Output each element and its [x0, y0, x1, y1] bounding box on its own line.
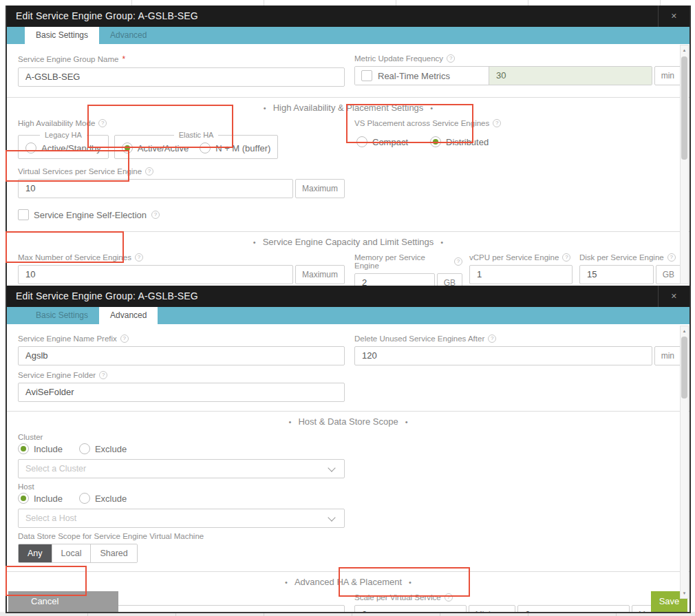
tab-bar: Basic Settings Advanced [7, 307, 689, 324]
tab-bar: Basic Settings Advanced [7, 27, 689, 44]
tab-basic-settings[interactable]: Basic Settings [25, 307, 99, 324]
radio-active-standby[interactable]: Active/Standby [25, 142, 101, 153]
modal-header: Edit Service Engine Group: A-GSLB-SEG ✕ [7, 6, 689, 27]
tab-basic-settings[interactable]: Basic Settings [25, 27, 99, 44]
real-time-metrics-checkbox[interactable]: Real-Time Metrics [355, 67, 489, 85]
modal-header: Edit Service Engine Group: A-GSLB-SEG ✕ [7, 286, 689, 307]
se-group-name-input[interactable]: A-GSLB-SEG [18, 67, 345, 87]
radio-selected-icon [430, 136, 441, 147]
radio-host-exclude[interactable]: Exclude [79, 493, 127, 504]
bullet-icon: • [253, 238, 256, 246]
datastore-scope-segmented: Any Local Shared [18, 544, 138, 563]
scrollbar[interactable]: ▴ [680, 45, 689, 284]
scrollbar-thumb[interactable] [681, 337, 687, 399]
memory-per-se-input[interactable]: 2 [354, 273, 435, 286]
cancel-button[interactable]: Cancel [8, 591, 118, 612]
bullet-icon: • [440, 238, 443, 246]
scale-min-input[interactable]: 2 [354, 605, 467, 612]
radio-host-include[interactable]: Include [18, 493, 63, 504]
radio-cluster-exclude[interactable]: Exclude [79, 443, 127, 454]
vs-per-se-input[interactable]: 10 [18, 179, 293, 198]
help-icon[interactable]: ? [151, 211, 160, 219]
chevron-down-icon [328, 513, 335, 521]
scrollbar[interactable]: ▴ ▾ [680, 326, 689, 599]
radio-selected-icon [18, 443, 29, 454]
vcpu-per-se-label: vCPU per Service Engine? [469, 253, 573, 262]
se-folder-input[interactable]: AviSeFolder [18, 383, 345, 402]
segment-local[interactable]: Local [52, 544, 91, 562]
radio-active-active[interactable]: Active/Active [122, 142, 189, 153]
tab-advanced[interactable]: Advanced [99, 307, 158, 324]
bullet-icon: • [405, 418, 408, 426]
field-se-folder: Service Engine Folder? AviSeFolder [18, 371, 345, 402]
scale-min-suffix: Minimum [469, 605, 516, 612]
max-se-suffix: Maximum [295, 265, 345, 284]
section-capacity-limits: •Service Engine Capacity and Limit Setti… [7, 231, 689, 253]
radio-n-plus-m-buffer[interactable]: N + M (buffer) [200, 142, 270, 153]
cluster-select[interactable]: Select a Cluster [18, 459, 345, 478]
help-icon[interactable]: ? [98, 119, 107, 127]
scale-max-input[interactable]: 2 [517, 605, 630, 612]
radio-icon [79, 493, 90, 504]
bullet-icon: • [285, 578, 288, 586]
checkbox-icon [18, 209, 29, 220]
scroll-up-icon[interactable]: ▴ [681, 46, 688, 54]
help-icon[interactable]: ? [447, 54, 455, 63]
help-icon[interactable]: ? [145, 167, 153, 176]
field-metric-update-frequency: Metric Update Frequency? Real-Time Metri… [354, 54, 681, 87]
page: Edit Service Engine Group: A-GSLB-SEG ✕ … [0, 0, 695, 616]
close-icon[interactable]: ✕ [658, 286, 689, 307]
checkbox-icon [361, 70, 372, 81]
radio-selected-icon [18, 493, 29, 504]
field-se-name-prefix: Service Engine Name Prefix? Agslb [18, 334, 345, 365]
help-icon[interactable]: ? [454, 257, 462, 266]
segment-any[interactable]: Any [19, 544, 52, 562]
field-scale-per-vs: Scale per Virtual Service? 2 Minimum 2 M… [354, 593, 681, 612]
delete-unused-se-unit: min [654, 346, 681, 365]
host-select[interactable]: Select a Host [18, 509, 345, 528]
field-disk-per-se: Disk per Service Engine? 15 GB [579, 253, 681, 286]
scroll-down-icon[interactable]: ▾ [681, 589, 688, 597]
bullet-icon: • [289, 418, 292, 426]
disk-per-se-label: Disk per Service Engine? [579, 253, 681, 262]
segment-shared[interactable]: Shared [90, 544, 136, 562]
se-group-name-label: Service Engine Group Name* [18, 54, 345, 64]
radio-cluster-include[interactable]: Include [18, 443, 63, 454]
metric-frequency-group: Real-Time Metrics 30 [354, 66, 652, 85]
help-icon[interactable]: ? [493, 119, 501, 127]
help-icon[interactable]: ? [445, 593, 453, 602]
elastic-ha-legend: Elastic HA [174, 131, 219, 139]
help-icon[interactable]: ? [667, 253, 676, 262]
radio-icon [25, 142, 36, 153]
max-se-input[interactable]: 10 [18, 265, 293, 284]
scrollbar-thumb[interactable] [681, 56, 687, 160]
metric-frequency-input[interactable]: 30 [489, 67, 652, 85]
tab-advanced[interactable]: Advanced [99, 27, 158, 44]
scroll-up-icon[interactable]: ▴ [681, 327, 688, 335]
radio-distributed[interactable]: Distributed [430, 136, 489, 147]
help-icon[interactable]: ? [562, 253, 570, 262]
datastore-scope-label: Data Store Scope for Service Engine Virt… [18, 532, 500, 540]
radio-compact[interactable]: Compact [356, 136, 408, 147]
field-max-se: Max Number of Service Engines? 10 Maximu… [18, 253, 345, 286]
help-icon[interactable]: ? [99, 371, 107, 379]
field-datastore-scope: Data Store Scope for Service Engine Virt… [18, 532, 500, 563]
disk-per-se-input[interactable]: 15 [579, 265, 654, 284]
ha-mode-label: High Availability Mode? [18, 119, 345, 127]
metric-update-frequency-label: Metric Update Frequency? [354, 54, 681, 63]
basic-settings-body: Service Engine Group Name* A-GSLB-SEG Me… [7, 44, 689, 286]
help-icon[interactable]: ? [120, 334, 129, 343]
close-icon[interactable]: ✕ [658, 6, 689, 27]
vcpu-per-se-input[interactable]: 1 [469, 265, 573, 284]
se-name-prefix-input[interactable]: Agslb [18, 346, 345, 365]
help-icon[interactable]: ? [488, 334, 496, 343]
se-self-election-checkbox[interactable]: Service Engine Self-Election ? [18, 209, 160, 220]
field-vs-placement: VS Placement across Service Engines? Com… [354, 119, 681, 159]
host-label: Host [18, 482, 345, 491]
legacy-ha-fieldset: Legacy HA Active/Standby [18, 131, 109, 159]
help-icon[interactable]: ? [135, 253, 143, 262]
legacy-ha-legend: Legacy HA [40, 131, 87, 139]
metric-frequency-unit: min [654, 66, 681, 85]
bullet-icon: • [430, 104, 433, 112]
delete-unused-se-input[interactable]: 120 [354, 346, 652, 365]
